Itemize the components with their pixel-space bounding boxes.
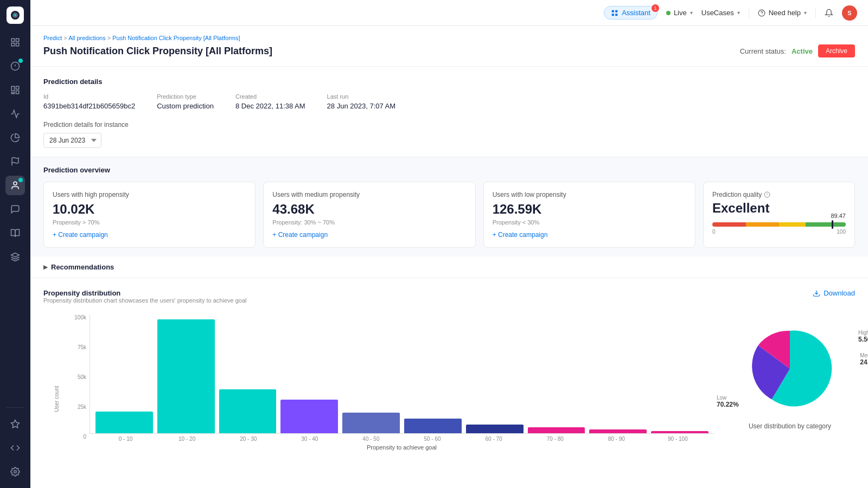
detail-created: Created 8 Dec 2022, 11:38 AM bbox=[235, 93, 305, 110]
use-cases-chevron: ▾ bbox=[737, 10, 740, 16]
quality-label: Prediction quality bbox=[712, 191, 846, 198]
live-status[interactable]: Live ▾ bbox=[666, 9, 693, 17]
y-tick-50k: 50k bbox=[71, 374, 86, 380]
chart-wrapper: User count 100k 75k 50k 25k 0 bbox=[43, 314, 714, 451]
low-create-campaign[interactable]: Create campaign bbox=[493, 231, 686, 239]
breadcrumb-all-predictions[interactable]: All predictions bbox=[68, 35, 105, 41]
bar-9[interactable] bbox=[651, 431, 709, 433]
low-value: 126.59K bbox=[493, 202, 686, 217]
svg-marker-17 bbox=[11, 420, 20, 428]
bar-5[interactable] bbox=[404, 419, 462, 433]
high-value: 10.02K bbox=[53, 202, 246, 217]
topbar-divider-1 bbox=[749, 8, 749, 18]
user-avatar[interactable]: S bbox=[842, 5, 857, 21]
bar-1[interactable] bbox=[157, 319, 215, 433]
propensity-title: Propensity distribution bbox=[43, 289, 246, 297]
pie-low-legend: Low 70.22% bbox=[717, 395, 739, 408]
recommendations-section: ▶ Recommendations bbox=[30, 256, 868, 278]
status-label: Current status: bbox=[740, 47, 786, 55]
info-badge bbox=[18, 59, 23, 63]
sidebar-item-analytics[interactable] bbox=[5, 104, 25, 124]
recommendations-header[interactable]: ▶ Recommendations bbox=[43, 263, 855, 271]
quality-bar bbox=[712, 222, 846, 227]
svg-rect-13 bbox=[11, 93, 14, 94]
breadcrumb-predict[interactable]: Predict bbox=[43, 35, 62, 41]
y-tick-75k: 75k bbox=[71, 344, 86, 350]
download-button[interactable]: Download bbox=[813, 289, 855, 297]
high-sub: Propensity > 70% bbox=[53, 219, 246, 226]
bar-6[interactable] bbox=[466, 425, 524, 433]
archive-button[interactable]: Archive bbox=[818, 44, 855, 57]
sidebar-item-settings[interactable] bbox=[5, 462, 25, 481]
x-axis-label: Propensity to achieve goal bbox=[90, 444, 714, 451]
pie-title: User distribution by category bbox=[725, 422, 855, 430]
y-tick-0: 0 bbox=[71, 434, 86, 440]
bar-0[interactable] bbox=[95, 412, 153, 433]
high-create-campaign[interactable]: Create campaign bbox=[53, 231, 246, 239]
low-sub: Propensity < 30% bbox=[493, 219, 686, 226]
notifications[interactable] bbox=[825, 9, 833, 17]
bar-2[interactable] bbox=[219, 389, 277, 433]
prediction-details-title: Prediction details bbox=[43, 78, 855, 86]
svg-rect-5 bbox=[11, 43, 14, 46]
overview-title: Prediction overview bbox=[43, 166, 855, 174]
x-label-0: 0 - 10 bbox=[95, 436, 156, 442]
low-label: Users with low propensity bbox=[493, 191, 686, 198]
svg-rect-19 bbox=[612, 10, 614, 12]
page-header: Predict > All predictions > Push Notific… bbox=[30, 26, 868, 67]
assistant-button[interactable]: Assistant 1 bbox=[604, 6, 658, 20]
svg-point-15 bbox=[14, 182, 17, 185]
propensity-title-group: Propensity distribution Propensity distr… bbox=[43, 289, 246, 312]
need-help-menu[interactable]: Need help ▾ bbox=[758, 9, 807, 17]
sidebar-item-info[interactable] bbox=[5, 56, 25, 76]
medium-sub: Propensity: 30% ~ 70% bbox=[272, 219, 466, 226]
propensity-section: Propensity distribution Propensity distr… bbox=[30, 278, 868, 461]
users-badge bbox=[18, 178, 23, 182]
x-label-3: 30 - 40 bbox=[279, 436, 340, 442]
sidebar-item-pie[interactable] bbox=[5, 128, 25, 147]
sidebar-item-code[interactable] bbox=[5, 438, 25, 458]
content-area: Predict > All predictions > Push Notific… bbox=[30, 26, 868, 488]
app-logo[interactable] bbox=[7, 7, 24, 24]
svg-rect-6 bbox=[16, 43, 19, 46]
bar-8[interactable] bbox=[589, 429, 647, 433]
svg-rect-11 bbox=[16, 86, 19, 89]
live-chevron: ▾ bbox=[690, 10, 693, 16]
bar-4[interactable] bbox=[342, 413, 400, 433]
topbar-divider-2 bbox=[815, 8, 816, 18]
detail-id: Id 6391beb314df21b605659bc2 bbox=[43, 93, 135, 110]
medium-create-campaign[interactable]: Create campaign bbox=[272, 231, 466, 239]
live-dot bbox=[666, 11, 671, 15]
sidebar-item-message[interactable] bbox=[5, 200, 25, 219]
medium-value: 43.68K bbox=[272, 202, 466, 217]
sidebar-item-grid[interactable] bbox=[5, 80, 25, 100]
sidebar-item-sparkle[interactable] bbox=[5, 414, 25, 434]
instance-section: Prediction details for instance 28 Jun 2… bbox=[30, 121, 868, 157]
pie-high-legend: High 5.56% bbox=[858, 330, 868, 343]
bar-7[interactable] bbox=[528, 427, 585, 433]
x-label-8: 80 - 90 bbox=[586, 436, 647, 442]
x-label-7: 70 - 80 bbox=[525, 436, 586, 442]
sidebar-item-home[interactable] bbox=[5, 33, 25, 52]
sidebar-item-book[interactable] bbox=[5, 223, 25, 243]
instance-select[interactable]: 28 Jun 2023 bbox=[43, 133, 101, 148]
sidebar-item-users[interactable] bbox=[5, 176, 25, 195]
medium-label: Users with medium propensity bbox=[272, 191, 466, 198]
prediction-details-section: Prediction details Id 6391beb314df21b605… bbox=[30, 67, 868, 121]
sidebar-item-flag[interactable] bbox=[5, 152, 25, 171]
bar-3[interactable] bbox=[280, 400, 338, 433]
svg-marker-16 bbox=[11, 253, 20, 258]
details-grid: Id 6391beb314df21b605659bc2 Prediction t… bbox=[43, 93, 855, 110]
svg-rect-4 bbox=[16, 38, 19, 41]
propensity-header: Propensity distribution Propensity distr… bbox=[43, 289, 855, 312]
chart-area: User count 100k 75k 50k 25k 0 bbox=[43, 314, 855, 451]
sidebar-item-layers[interactable] bbox=[5, 247, 25, 267]
detail-last-run: Last run 28 Jun 2023, 7:07 AM bbox=[327, 93, 395, 110]
topbar: Assistant 1 Live ▾ UseCases ▾ Need help … bbox=[30, 0, 868, 26]
status-value: Active bbox=[792, 47, 813, 55]
use-cases-menu[interactable]: UseCases ▾ bbox=[701, 9, 740, 17]
cards-row: Users with high propensity 10.02K Propen… bbox=[43, 182, 855, 248]
quality-bar-labels: 0 100 bbox=[712, 229, 846, 235]
breadcrumb: Predict > All predictions > Push Notific… bbox=[43, 35, 855, 41]
assistant-badge: 1 bbox=[652, 4, 659, 12]
